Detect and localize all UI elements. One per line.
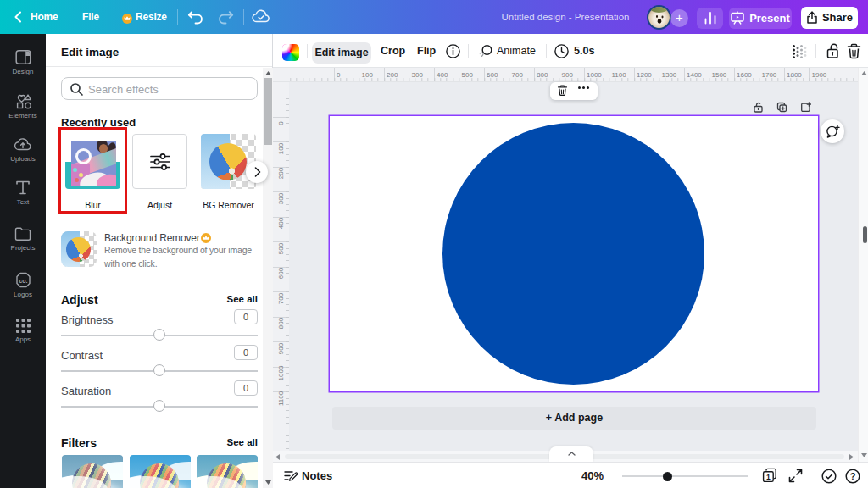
svg-text:?: ?	[850, 471, 856, 481]
svg-text:co.: co.	[19, 278, 27, 284]
svg-text:1: 1	[766, 473, 771, 481]
